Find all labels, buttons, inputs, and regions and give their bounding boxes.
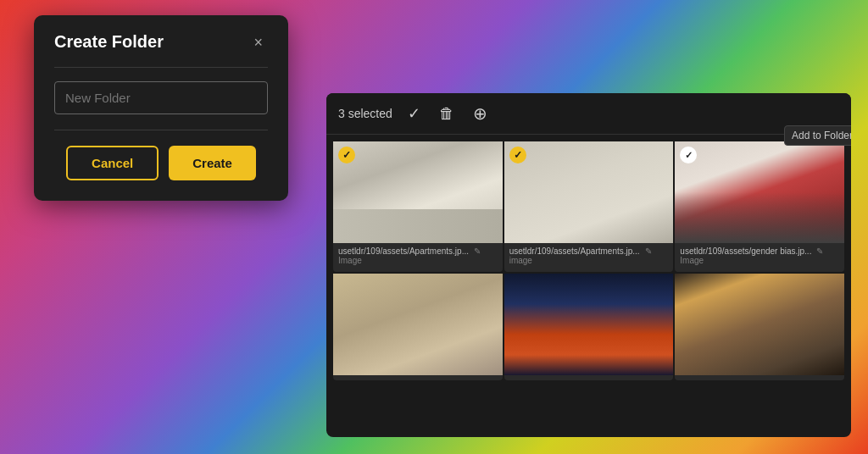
toolbar: 3 selected ✓ 🗑 ⊕ Add to Folder (326, 93, 851, 134)
image-panel: 3 selected ✓ 🗑 ⊕ Add to Folder ✓ usetldr… (326, 93, 851, 437)
image-cell-4[interactable] (333, 274, 503, 380)
image-meta-1: usetldr/109/assets/Apartments.jp... ✎ Im… (333, 243, 503, 267)
image-thumb-5 (504, 274, 674, 375)
image-type-2: image (509, 256, 669, 265)
image-thumb-4 (333, 274, 503, 375)
image-meta-2: usetldr/109/assets/Apartments.jp... ✎ im… (504, 243, 674, 267)
image-path-3: usetldr/109/assets/gender bias.jp... ✎ (680, 246, 839, 256)
image-cell-5[interactable] (504, 274, 674, 380)
create-button[interactable]: Create (169, 146, 256, 180)
selected-badge-2: ✓ (509, 147, 526, 163)
image-path-2: usetldr/109/assets/Apartments.jp... ✎ (509, 246, 669, 256)
image-cell-2[interactable]: ✓ usetldr/109/assets/Apartments.jp... ✎ … (504, 141, 674, 272)
edit-icon-1[interactable]: ✎ (474, 246, 481, 256)
add-to-folder-tooltip: Add to Folder (784, 125, 851, 146)
check-icon[interactable]: ✓ (404, 102, 424, 125)
image-thumb-6 (675, 274, 844, 375)
divider-bottom (54, 130, 268, 130)
image-thumb-3 (675, 141, 844, 243)
modal-title: Create Folder (54, 32, 164, 52)
create-folder-modal: Create Folder × Cancel Create (34, 15, 288, 201)
image-cell-1[interactable]: ✓ usetldr/109/assets/Apartments.jp... ✎ … (333, 141, 503, 272)
image-meta-3: usetldr/109/assets/gender bias.jp... ✎ I… (675, 243, 844, 267)
image-path-1: usetldr/109/assets/Apartments.jp... ✎ (338, 246, 498, 256)
add-to-folder-icon[interactable]: ⊕ (470, 102, 491, 125)
image-cell-6[interactable] (675, 274, 844, 380)
image-cell-3[interactable]: ✓ usetldr/109/assets/gender bias.jp... ✎… (675, 141, 844, 272)
cancel-button[interactable]: Cancel (66, 146, 159, 180)
edit-icon-3[interactable]: ✎ (816, 246, 823, 256)
image-type-3: Image (680, 256, 839, 265)
image-type-1: Image (338, 256, 498, 265)
selected-count: 3 selected (338, 107, 392, 120)
delete-icon[interactable]: 🗑 (436, 103, 458, 125)
image-thumb-2 (504, 141, 674, 243)
close-button[interactable]: × (248, 33, 268, 52)
edit-icon-2[interactable]: ✎ (645, 246, 652, 256)
modal-buttons: Cancel Create (54, 146, 268, 180)
folder-name-input[interactable] (54, 81, 268, 114)
divider-top (54, 67, 268, 68)
image-grid: ✓ usetldr/109/assets/Apartments.jp... ✎ … (326, 135, 851, 387)
modal-header: Create Folder × (54, 32, 268, 52)
selected-badge-1: ✓ (338, 147, 355, 163)
image-thumb-1 (333, 141, 503, 243)
